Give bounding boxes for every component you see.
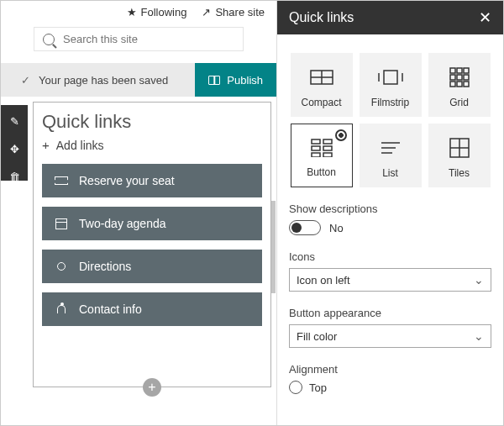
search-box[interactable] — [34, 27, 244, 51]
svg-rect-3 — [384, 71, 397, 84]
svg-rect-19 — [312, 153, 320, 157]
layout-option-tiles[interactable]: Tiles — [428, 124, 491, 187]
show-descriptions-toggle[interactable] — [289, 220, 321, 235]
list-icon — [381, 129, 401, 167]
svg-rect-13 — [457, 82, 462, 87]
layout-option-filmstrip[interactable]: Filmstrip — [360, 53, 422, 117]
chevron-down-icon — [474, 273, 484, 287]
svg-rect-9 — [450, 75, 455, 80]
filmstrip-icon — [378, 58, 403, 97]
check-icon — [21, 74, 39, 87]
layout-label: Grid — [449, 97, 469, 108]
search-input[interactable] — [63, 33, 234, 45]
grid-icon — [449, 58, 470, 97]
svg-rect-12 — [450, 82, 455, 87]
svg-rect-6 — [450, 68, 455, 73]
add-section-button[interactable]: + — [143, 378, 161, 397]
calendar-icon — [55, 218, 67, 229]
svg-rect-17 — [312, 146, 320, 150]
publish-button[interactable]: Publish — [195, 63, 276, 97]
svg-rect-20 — [323, 153, 332, 157]
svg-rect-15 — [312, 139, 320, 144]
icons-value: Icon on left — [297, 274, 350, 287]
publish-label: Publish — [227, 74, 263, 87]
status-bar: Your page has been saved Publish — [1, 63, 276, 97]
share-icon — [202, 6, 211, 18]
appearance-select[interactable]: Fill color — [289, 324, 491, 348]
add-links-button[interactable]: Add links — [42, 138, 262, 152]
alignment-option-top[interactable]: Top — [289, 381, 491, 394]
layout-option-button[interactable]: Button — [291, 124, 353, 187]
layout-option-grid[interactable]: Grid — [428, 53, 491, 117]
svg-rect-11 — [464, 75, 469, 80]
alignment-label: Alignment — [289, 363, 491, 376]
pin-icon — [57, 262, 66, 271]
alignment-value: Top — [309, 381, 327, 394]
chevron-down-icon — [474, 329, 484, 343]
appearance-value: Fill color — [297, 330, 337, 343]
headset-icon — [57, 305, 66, 313]
tool-rail: ✎ ✥ 🗑 — [1, 105, 28, 181]
layout-label: Filmstrip — [371, 97, 409, 108]
quick-link-item[interactable]: Reserve your seat — [42, 164, 262, 197]
book-icon — [208, 76, 220, 85]
layout-label: Button — [307, 166, 336, 178]
add-links-label: Add links — [56, 139, 104, 152]
delete-icon[interactable]: 🗑 — [9, 171, 20, 183]
layout-option-list[interactable]: List — [360, 124, 422, 187]
search-icon — [43, 34, 55, 45]
quick-link-item[interactable]: Two-day agenda — [42, 207, 262, 240]
svg-rect-8 — [464, 68, 469, 73]
quick-link-label: Two-day agenda — [79, 217, 166, 230]
quick-link-item[interactable]: Contact info — [42, 292, 262, 326]
icons-select[interactable]: Icon on left — [289, 268, 491, 292]
layout-label: Tiles — [449, 167, 470, 179]
star-icon — [127, 6, 137, 18]
share-site-action[interactable]: Share site — [202, 6, 265, 18]
svg-rect-7 — [457, 68, 462, 73]
layout-label: List — [382, 167, 398, 179]
button-icon — [311, 129, 333, 166]
layout-option-compact[interactable]: Compact — [291, 53, 353, 117]
appearance-label: Button appearance — [289, 307, 491, 319]
move-icon[interactable]: ✥ — [10, 143, 19, 155]
quick-links-widget[interactable]: Quick links Add links Reserve your seat … — [33, 102, 271, 387]
edit-icon[interactable]: ✎ — [10, 115, 19, 128]
compact-icon — [310, 58, 333, 97]
svg-rect-18 — [323, 146, 332, 150]
following-label: Following — [141, 6, 187, 18]
svg-rect-16 — [323, 139, 332, 144]
panel-title: Quick links — [289, 10, 479, 25]
ticket-icon — [55, 176, 68, 185]
show-descriptions-label: Show descriptions — [289, 202, 491, 215]
status-message: Your page has been saved — [39, 74, 195, 87]
widget-title: Quick links — [42, 111, 262, 133]
svg-rect-10 — [457, 75, 462, 80]
radio-icon — [289, 381, 302, 394]
tiles-icon — [449, 129, 470, 167]
share-label: Share site — [215, 6, 265, 18]
quick-link-item[interactable]: Directions — [42, 250, 262, 283]
svg-rect-14 — [464, 82, 469, 87]
show-descriptions-value: No — [329, 222, 344, 234]
plus-icon — [42, 138, 50, 152]
panel-header: Quick links ✕ — [277, 1, 503, 34]
quick-link-label: Reserve your seat — [79, 174, 175, 187]
icons-label: Icons — [289, 250, 491, 263]
quick-link-label: Directions — [79, 260, 131, 273]
quick-link-label: Contact info — [79, 302, 142, 316]
layout-label: Compact — [301, 97, 341, 108]
following-action[interactable]: Following — [127, 6, 187, 18]
close-icon[interactable]: ✕ — [479, 8, 491, 27]
